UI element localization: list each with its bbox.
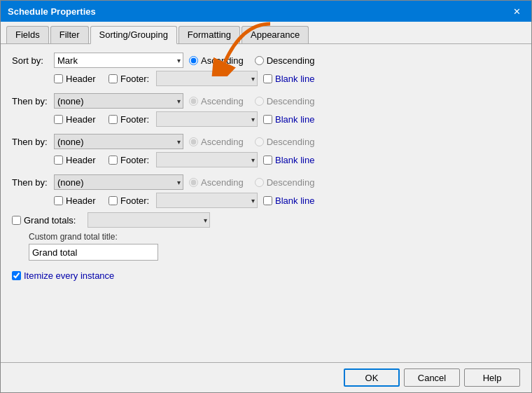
then-by-header-label-3: Header <box>66 195 96 206</box>
sort-descending-option[interactable]: Descending <box>255 55 315 66</box>
then-by-label-2: Then by: <box>12 137 54 147</box>
custom-title-label: Custom grand total title: <box>29 232 520 242</box>
then-by-footer-dropdown-wrapper-3 <box>156 193 258 208</box>
grand-totals-dropdown[interactable] <box>88 212 210 228</box>
then-by-descending-radio-3[interactable] <box>255 178 264 187</box>
then-by-descending-label-2: Descending <box>267 137 315 147</box>
then-by-descending-option-2[interactable]: Descending <box>255 137 315 147</box>
title-bar: Schedule Properties ✕ <box>1 1 531 22</box>
then-by-footer-checkbox-2[interactable] <box>108 156 118 165</box>
sort-header-label: Header <box>66 74 96 84</box>
sort-blank-check-label[interactable]: Blank line <box>263 74 314 84</box>
sort-blank-checkbox[interactable] <box>263 74 272 83</box>
then-by-descending-label-1: Descending <box>267 96 315 106</box>
then-by-blank-label-1: Blank line <box>275 114 314 125</box>
tab-formatting[interactable]: Formatting <box>178 26 240 43</box>
then-by-header-check-label-1[interactable]: Header <box>54 114 103 125</box>
then-by-sub-row-3: Header Footer: Blank line <box>54 193 520 208</box>
then-by-row-2: Then by: (none) Ascending Descending <box>12 134 520 149</box>
sort-footer-checkbox[interactable] <box>108 74 118 83</box>
itemize-row: Itemize every instance <box>12 270 520 281</box>
then-by-descending-radio-1[interactable] <box>255 97 264 106</box>
then-by-dropdown-wrapper-2: (none) <box>54 134 183 149</box>
ok-button[interactable]: OK <box>344 368 400 387</box>
then-by-ascending-option-3[interactable]: Ascending <box>189 177 244 188</box>
then-by-footer-dropdown-1[interactable] <box>156 111 258 127</box>
then-by-header-checkbox-1[interactable] <box>54 115 63 124</box>
grand-totals-checkbox[interactable] <box>12 216 21 225</box>
sort-footer-dropdown-wrapper <box>156 71 258 86</box>
then-by-dropdown-1[interactable]: (none) <box>54 93 183 109</box>
then-by-footer-label-2: Footer: <box>120 155 149 165</box>
tab-appearance[interactable]: Appearance <box>241 26 309 43</box>
then-by-descending-option-1[interactable]: Descending <box>255 96 315 106</box>
sort-by-row: Sort by: Mark (none) Ascending Descendin… <box>12 53 520 68</box>
sort-footer-dropdown[interactable] <box>156 71 258 86</box>
then-by-descending-radio-2[interactable] <box>255 137 264 146</box>
tab-fields[interactable]: Fields <box>6 26 49 43</box>
then-by-header-checkbox-2[interactable] <box>54 156 63 165</box>
grand-totals-check-label[interactable]: Grand totals: <box>12 215 82 226</box>
grand-totals-row: Grand totals: <box>12 212 520 228</box>
then-by-ascending-option-1[interactable]: Ascending <box>189 96 244 106</box>
grand-totals-label: Grand totals: <box>24 215 76 226</box>
then-by-sub-row-1: Header Footer: Blank line <box>54 111 520 127</box>
then-by-blank-checkbox-1[interactable] <box>263 115 272 124</box>
then-by-blank-checkbox-3[interactable] <box>263 196 272 205</box>
then-by-blank-check-label-3[interactable]: Blank line <box>263 195 314 206</box>
then-by-blank-check-label-2[interactable]: Blank line <box>263 155 314 165</box>
then-by-footer-checkbox-1[interactable] <box>108 115 118 124</box>
then-by-direction-group-2: Ascending Descending <box>189 137 314 147</box>
custom-title-input[interactable] <box>29 244 158 261</box>
sort-ascending-option[interactable]: Ascending <box>189 55 244 66</box>
then-by-ascending-radio-1[interactable] <box>189 97 198 106</box>
sort-header-checkbox[interactable] <box>54 74 63 83</box>
then-by-header-check-label-3[interactable]: Header <box>54 195 103 206</box>
then-by-descending-label-3: Descending <box>267 177 315 188</box>
itemize-checkbox[interactable] <box>12 271 21 280</box>
close-button[interactable]: ✕ <box>509 5 524 18</box>
tabs-bar: Fields Filter Sorting/Grouping Formattin… <box>1 22 531 44</box>
then-by-footer-dropdown-3[interactable] <box>156 193 258 208</box>
then-by-dropdown-wrapper-1: (none) <box>54 93 183 109</box>
sort-by-label: Sort by: <box>12 55 54 66</box>
custom-title-section: Custom grand total title: <box>29 232 520 261</box>
then-by-ascending-option-2[interactable]: Ascending <box>189 137 244 147</box>
then-by-ascending-radio-2[interactable] <box>189 137 198 146</box>
then-by-dropdown-2[interactable]: (none) <box>54 134 183 149</box>
then-by-ascending-label-2: Ascending <box>201 137 244 147</box>
sort-descending-radio[interactable] <box>255 56 264 65</box>
then-by-header-label-1: Header <box>66 114 96 125</box>
sort-header-check-label[interactable]: Header <box>54 74 103 84</box>
then-by-blank-label-3: Blank line <box>275 195 314 206</box>
then-by-footer-check-label-2[interactable]: Footer: <box>108 155 150 165</box>
then-by-sub-row-2: Header Footer: Blank line <box>54 152 520 167</box>
tab-filter[interactable]: Filter <box>50 26 89 43</box>
then-by-descending-option-3[interactable]: Descending <box>255 177 315 188</box>
then-by-footer-checkbox-3[interactable] <box>108 196 118 205</box>
then-by-label-1: Then by: <box>12 96 54 106</box>
tab-sorting-grouping[interactable]: Sorting/Grouping <box>90 26 177 44</box>
then-by-header-checkbox-3[interactable] <box>54 196 63 205</box>
then-by-footer-label-3: Footer: <box>120 195 149 206</box>
then-by-ascending-label-3: Ascending <box>201 177 244 188</box>
then-by-ascending-label-1: Ascending <box>201 96 244 106</box>
then-by-blank-label-2: Blank line <box>275 155 314 165</box>
then-by-blank-check-label-1[interactable]: Blank line <box>263 114 314 125</box>
then-by-dropdown-3[interactable]: (none) <box>54 174 183 190</box>
sort-ascending-radio[interactable] <box>189 56 198 65</box>
help-button[interactable]: Help <box>464 368 520 387</box>
sort-footer-check-label[interactable]: Footer: <box>108 74 150 84</box>
then-by-direction-group-3: Ascending Descending <box>189 177 314 188</box>
cancel-button[interactable]: Cancel <box>404 368 460 387</box>
then-by-footer-check-label-1[interactable]: Footer: <box>108 114 150 125</box>
then-by-header-check-label-2[interactable]: Header <box>54 155 103 165</box>
itemize-label: Itemize every instance <box>24 270 114 281</box>
sort-by-dropdown[interactable]: Mark (none) <box>54 53 183 68</box>
then-by-footer-dropdown-2[interactable] <box>156 152 258 167</box>
then-by-footer-check-label-3[interactable]: Footer: <box>108 195 150 206</box>
then-by-ascending-radio-3[interactable] <box>189 178 198 187</box>
then-by-row-3: Then by: (none) Ascending Descending <box>12 174 520 190</box>
then-by-blank-checkbox-2[interactable] <box>263 156 272 165</box>
title-bar-buttons: ✕ <box>509 5 524 18</box>
